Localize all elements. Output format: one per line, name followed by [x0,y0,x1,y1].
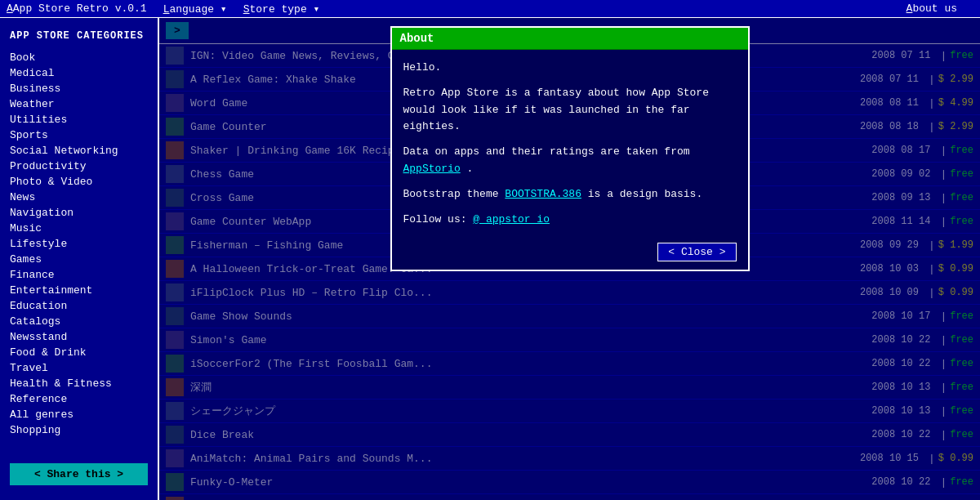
sidebar-category-book[interactable]: Book [0,50,158,65]
sidebar-category-business[interactable]: Business [0,81,158,96]
sidebar-category-weather[interactable]: Weather [0,96,158,112]
modal-greeting: Hello. [403,60,737,77]
content-area: > IGN: Video Game News, Reviews, Guid...… [159,18,980,500]
sidebar-category-finance[interactable]: Finance [0,267,158,283]
language-menu[interactable]: Language ▾ [163,2,227,16]
sidebar-category-news[interactable]: News [0,190,158,205]
modal-follow: Follow us: @ appstor_io [403,212,737,229]
top-navigation: AApp Store Retro v.0.1 Language ▾ Store … [0,0,980,18]
bootstra-link[interactable]: BOOTSTRA.386 [505,188,581,200]
modal-paragraph3: Bootstrap theme BOOTSTRA.386 is a design… [403,186,737,203]
sidebar-category-food-drink[interactable]: Food & Drink [0,345,158,360]
store-type-menu[interactable]: Store type ▾ [243,2,320,16]
appstorio-link[interactable]: AppStorio [403,163,461,175]
sidebar-category-music[interactable]: Music [0,221,158,236]
sidebar-category-photo-video[interactable]: Photo & Video [0,174,158,190]
sidebar-share-section: < Share this > [0,457,158,492]
sidebar-category-utilities[interactable]: Utilities [0,112,158,127]
sidebar-category-catalogs[interactable]: Catalogs [0,314,158,329]
sidebar-category-lifestyle[interactable]: Lifestyle [0,236,158,252]
sidebar-category-social-networking[interactable]: Social Networking [0,143,158,158]
share-button[interactable]: < Share this > [10,463,148,485]
sidebar-category-newsstand[interactable]: Newsstand [0,329,158,345]
modal-footer: < Close > [392,238,748,270]
modal-overlay[interactable]: About Hello. Retro App Store is a fantas… [159,18,980,500]
sidebar-category-games[interactable]: Games [0,252,158,267]
sidebar-category-navigation[interactable]: Navigation [0,205,158,221]
sidebar-category-travel[interactable]: Travel [0,360,158,376]
modal-close-button[interactable]: < Close > [657,243,736,261]
app-store-title: AApp Store Retro v.0.1 [7,2,147,15]
sidebar-category-education[interactable]: Education [0,298,158,314]
sidebar-category-reference[interactable]: Reference [0,391,158,407]
sidebar-category-entertainment[interactable]: Entertainment [0,283,158,298]
twitter-link[interactable]: @ appstor_io [473,213,550,225]
sidebar-title: APP STORE CATEGORIES [0,26,158,50]
modal-paragraph1: Retro App Store is a fantasy about how A… [403,85,737,136]
about-modal: About Hello. Retro App Store is a fantas… [390,26,750,271]
main-layout: APP STORE CATEGORIES Book Medical Busine… [0,18,980,500]
modal-body: Hello. Retro App Store is a fantasy abou… [392,50,748,238]
sidebar-category-sports[interactable]: Sports [0,127,158,143]
modal-header: About [392,28,748,50]
sidebar-category-productivity[interactable]: Productivity [0,158,158,174]
sidebar: APP STORE CATEGORIES Book Medical Busine… [0,18,159,500]
about-us-link[interactable]: About us [906,2,957,15]
sidebar-category-all-genres[interactable]: All genres [0,407,158,422]
sidebar-category-shopping[interactable]: Shopping [0,422,158,438]
sidebar-category-health-fitness[interactable]: Health & Fitness [0,376,158,391]
modal-paragraph2: Data on apps and their ratings are taken… [403,144,737,178]
sidebar-category-medical[interactable]: Medical [0,65,158,81]
